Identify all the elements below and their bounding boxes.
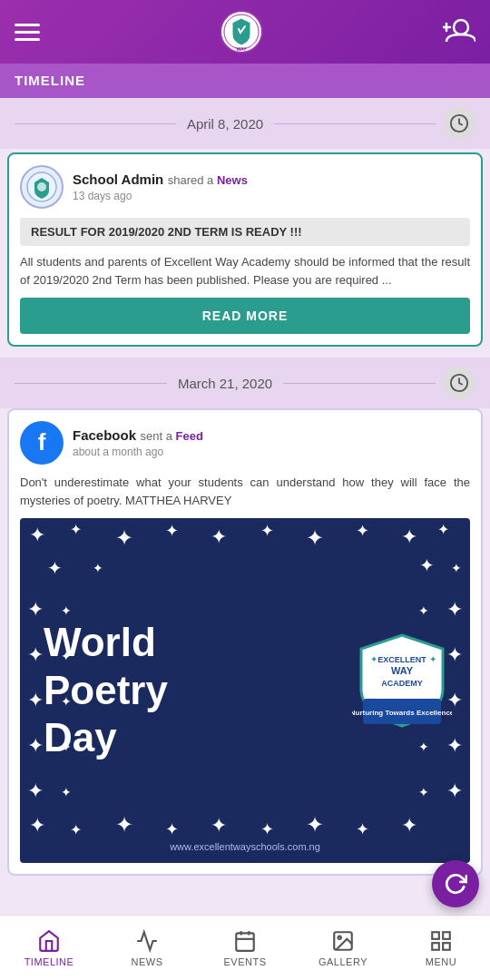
date-clock-icon-2[interactable] (443, 367, 475, 399)
svg-text:Nurturing Towards Excellence: Nurturing Towards Excellence (352, 709, 452, 717)
nav-item-menu[interactable]: MENU (392, 916, 490, 980)
nav-item-news[interactable]: NEWS (98, 916, 196, 980)
post-body-1: All students and parents of Excellent Wa… (20, 253, 470, 289)
nav-item-events[interactable]: EVENTS (196, 916, 294, 980)
post-author-line-1: School Admin shared a News (73, 172, 470, 188)
post-meta-1: School Admin shared a News 13 days ago (73, 172, 470, 202)
poetry-day-image: ✦ ✦ ✦ ✦ ✦ ✦ ✦ ✦ ✦ ✦ ✦ ✦ ✦ ✦ ✦ ✦ ✦ ✦ ✦ ✦ … (20, 518, 470, 863)
facebook-avatar: f (20, 421, 64, 465)
post-author-line-2: Facebook sent a Feed (73, 427, 470, 444)
date-clock-icon-1[interactable] (443, 107, 475, 140)
post-body-2: Don't underestimate what your students c… (20, 474, 470, 509)
nav-label-menu: MENU (426, 956, 456, 967)
post-header-2: f Facebook sent a Feed about a month ago (20, 421, 470, 465)
post-action-type-2: Feed (176, 429, 203, 443)
post-header-1: School Admin shared a News 13 days ago (20, 165, 470, 209)
separator-line-left-2 (15, 383, 167, 384)
post-card-1: School Admin shared a News 13 days ago R… (7, 152, 483, 347)
svg-rect-28 (443, 943, 450, 950)
school-admin-avatar (20, 165, 64, 209)
read-more-button-1[interactable]: READ MORE (20, 298, 470, 334)
post-action-2: sent a Feed (140, 429, 202, 443)
date-label-2: March 21, 2020 (167, 376, 283, 391)
separator-line-left (15, 123, 176, 124)
poetry-title: World Poetry Day (44, 619, 168, 762)
nav-label-news: NEWS (132, 956, 163, 967)
nav-label-events: EVENTS (223, 956, 266, 967)
date-separator-1: April 8, 2020 (0, 98, 490, 149)
poetry-website: www.excellentwayschools.com.ng (170, 841, 320, 852)
post-action-type-1: News (217, 173, 248, 187)
svg-text:WAY: WAY (237, 46, 248, 52)
post-time-1: 13 days ago (73, 190, 470, 202)
svg-rect-26 (443, 932, 450, 939)
svg-point-3 (454, 20, 468, 34)
svg-text:✦: ✦ (370, 654, 377, 664)
refresh-fab-button[interactable] (432, 860, 479, 907)
svg-rect-25 (432, 932, 439, 939)
svg-rect-19 (236, 933, 254, 951)
svg-text:f: f (38, 428, 46, 456)
svg-text:ACADEMY: ACADEMY (381, 679, 423, 688)
school-logo: WAY (219, 9, 264, 54)
svg-text:EXCELLENT: EXCELLENT (377, 655, 426, 664)
nav-label-timeline: TIMELINE (24, 956, 74, 967)
post-time-2: about a month ago (73, 446, 470, 458)
nav-item-timeline[interactable]: TIMELINE (0, 916, 98, 980)
nav-item-gallery[interactable]: GALLERY (294, 916, 392, 980)
timeline-bar: TIMELINE (0, 64, 490, 98)
svg-text:✦: ✦ (429, 654, 436, 664)
post-card-2: f Facebook sent a Feed about a month ago… (7, 408, 483, 876)
svg-point-8 (37, 182, 46, 191)
svg-rect-27 (432, 943, 439, 950)
date-label-1: April 8, 2020 (176, 116, 274, 132)
school-badge: Nurturing Towards Excellence EXCELLENT W… (352, 631, 452, 730)
svg-point-24 (338, 936, 341, 938)
news-title-bar-1: RESULT FOR 2019/2020 2ND TERM IS READY !… (20, 218, 470, 246)
nav-label-gallery: GALLERY (318, 956, 368, 967)
add-user-button[interactable] (443, 16, 475, 47)
separator-line-right (274, 123, 436, 124)
bottom-nav: TIMELINE NEWS EVENTS GALLERY MENU (0, 915, 490, 980)
separator-line-right-2 (283, 383, 436, 384)
date-separator-2: March 21, 2020 (0, 358, 490, 408)
post-author-name-1: School Admin (73, 172, 163, 187)
svg-text:WAY: WAY (391, 665, 414, 676)
post-meta-2: Facebook sent a Feed about a month ago (73, 427, 470, 458)
timeline-label: TIMELINE (15, 73, 85, 88)
post-action-1: shared a News (168, 173, 248, 187)
app-header: WAY (0, 0, 490, 64)
post-author-name-2: Facebook (73, 427, 136, 443)
menu-hamburger-button[interactable] (15, 24, 40, 41)
